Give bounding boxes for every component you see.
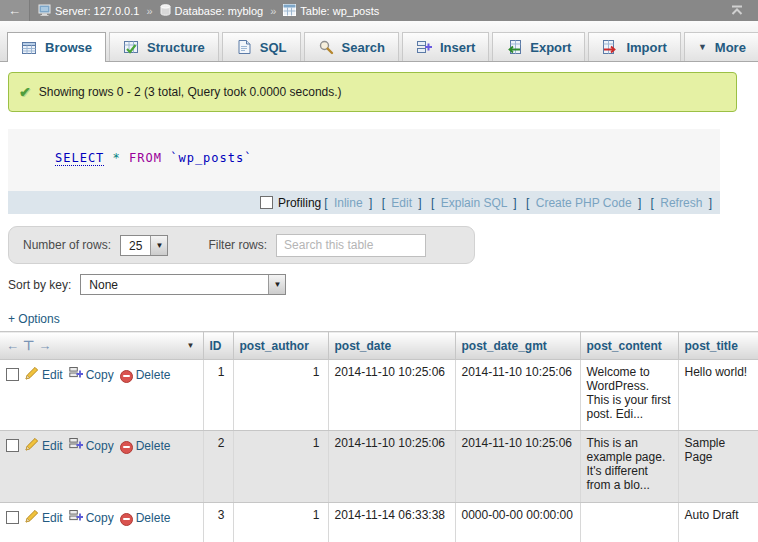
status-message: ✔ Showing rows 0 - 2 (3 total, Query too… bbox=[8, 72, 737, 112]
column-header-post_title[interactable]: post_title bbox=[678, 332, 758, 360]
breadcrumb-database-label: Database: myblog bbox=[175, 5, 264, 17]
pencil-icon bbox=[25, 509, 39, 526]
cell-post-content: Welcome to WordPress. This is your first… bbox=[580, 360, 678, 431]
bracket: [ bbox=[324, 196, 327, 210]
sort-by-key-row: Sort by key: None ▼ bbox=[8, 273, 758, 296]
refresh-link[interactable]: Refresh bbox=[660, 196, 702, 210]
sort-descending-icon[interactable]: ▼ bbox=[187, 341, 195, 350]
tab-label: SQL bbox=[260, 40, 287, 55]
status-message-text: Showing rows 0 - 2 (3 total, Query took … bbox=[39, 85, 342, 99]
nav-panel-toggle-button[interactable]: ← bbox=[0, 0, 30, 21]
tab-import[interactable]: Import bbox=[588, 32, 680, 61]
tab-more[interactable]: ▼More bbox=[684, 32, 758, 61]
column-header-post_date[interactable]: post_date bbox=[328, 332, 455, 360]
copy-icon bbox=[69, 509, 83, 526]
structure-icon bbox=[123, 39, 139, 55]
collapse-icon[interactable] bbox=[730, 5, 744, 16]
tab-label: Import bbox=[626, 40, 666, 55]
table-nav-arrows-icon[interactable]: ←⊤→ bbox=[6, 338, 55, 353]
query-action-links: [ Inline ] [ Edit ] [ Explain SQL ] [ Cr… bbox=[321, 196, 715, 210]
tab-structure[interactable]: Structure bbox=[109, 32, 219, 61]
tab-label: Structure bbox=[147, 40, 205, 55]
profiling-label: Profiling bbox=[278, 196, 321, 210]
export-icon bbox=[506, 39, 522, 55]
cell-post-date-gmt: 2014-11-10 10:25:06 bbox=[455, 360, 580, 431]
cell-post-author: 1 bbox=[233, 503, 328, 542]
explain-sql-link[interactable]: Explain SQL bbox=[441, 196, 507, 210]
breadcrumb-database[interactable]: Database: myblog bbox=[160, 4, 264, 18]
results-table: ←⊤→ ▼ IDpost_authorpost_datepost_date_gm… bbox=[0, 331, 758, 542]
options-toggle-link[interactable]: + Options bbox=[8, 312, 78, 326]
bracket: ] bbox=[513, 196, 516, 210]
bracket: ] bbox=[369, 196, 372, 210]
edit-row-button[interactable]: Edit bbox=[25, 509, 63, 526]
action-label: Edit bbox=[42, 368, 63, 382]
bracket: ] bbox=[709, 196, 712, 210]
search-table-input[interactable] bbox=[276, 234, 426, 257]
sql-from-keyword: FROM bbox=[129, 151, 162, 165]
rows-count-select[interactable]: 25 ▼ bbox=[120, 235, 168, 256]
breadcrumb-server[interactable]: Server: 127.0.0.1 bbox=[38, 4, 139, 18]
bracket: [ bbox=[526, 196, 529, 210]
row-actions-cell: EditCopyDelete bbox=[0, 503, 203, 542]
column-header-id[interactable]: ID bbox=[203, 332, 233, 360]
sql-icon bbox=[236, 39, 252, 55]
bracket: [ bbox=[382, 196, 385, 210]
bracket: ] bbox=[418, 196, 421, 210]
edit-link[interactable]: Edit bbox=[391, 196, 412, 210]
copy-row-button[interactable]: Copy bbox=[69, 437, 114, 454]
create-php-code-link[interactable]: Create PHP Code bbox=[536, 196, 632, 210]
sort-by-key-label: Sort by key: bbox=[8, 278, 71, 292]
cell-post-author: 1 bbox=[233, 360, 328, 431]
delete-row-button[interactable]: Delete bbox=[120, 437, 171, 454]
row-checkbox[interactable] bbox=[6, 511, 19, 524]
delete-icon bbox=[120, 366, 133, 383]
tab-sql[interactable]: SQL bbox=[222, 32, 301, 61]
sql-star: * bbox=[113, 151, 121, 165]
tab-insert[interactable]: Insert bbox=[402, 32, 489, 61]
delete-row-button[interactable]: Delete bbox=[120, 366, 171, 383]
tab-search[interactable]: Search bbox=[304, 32, 399, 61]
breadcrumb-server-label: Server: 127.0.0.1 bbox=[55, 5, 139, 17]
breadcrumb-bar: ← Server: 127.0.0.1 » Database: myblog »… bbox=[0, 0, 758, 21]
sql-query-box: SELECT * FROM `wp_posts` bbox=[8, 129, 720, 191]
chevron-down-icon: ▼ bbox=[268, 275, 285, 294]
delete-row-button[interactable]: Delete bbox=[120, 509, 171, 526]
tab-browse[interactable]: Browse bbox=[7, 32, 106, 62]
rows-filter-bar: Number of rows: 25 ▼ Filter rows: bbox=[8, 226, 475, 264]
copy-row-button[interactable]: Copy bbox=[69, 509, 114, 526]
sql-select-keyword-link[interactable]: SELECT bbox=[55, 151, 104, 166]
table-row: EditCopyDelete112014-11-10 10:25:062014-… bbox=[0, 360, 758, 431]
column-header-post_content[interactable]: post_content bbox=[580, 332, 678, 360]
delete-icon bbox=[120, 509, 133, 526]
cell-post-date: 2014-11-10 10:25:06 bbox=[328, 360, 455, 431]
edit-row-button[interactable]: Edit bbox=[25, 366, 63, 383]
bracket: ] bbox=[638, 196, 641, 210]
copy-row-button[interactable]: Copy bbox=[69, 366, 114, 383]
bracket: [ bbox=[651, 196, 654, 210]
row-checkbox[interactable] bbox=[6, 368, 19, 381]
table-row: EditCopyDelete212014-11-10 10:25:062014-… bbox=[0, 431, 758, 503]
sort-by-key-select[interactable]: None ▼ bbox=[80, 274, 286, 295]
cell-post-date: 2014-11-14 06:33:38 bbox=[328, 503, 455, 542]
table-row: EditCopyDelete312014-11-14 06:33:380000-… bbox=[0, 503, 758, 542]
cell-post-title: Auto Draft bbox=[678, 503, 758, 542]
success-check-icon: ✔ bbox=[19, 84, 31, 100]
inline-link[interactable]: Inline bbox=[334, 196, 363, 210]
cell-post-date: 2014-11-10 10:25:06 bbox=[328, 431, 455, 503]
action-label: Edit bbox=[42, 511, 63, 525]
browse-icon bbox=[21, 40, 37, 56]
sort-by-key-value: None bbox=[81, 275, 268, 294]
profiling-checkbox[interactable] bbox=[260, 196, 273, 209]
column-header-post_date_gmt[interactable]: post_date_gmt bbox=[455, 332, 580, 360]
row-checkbox[interactable] bbox=[6, 439, 19, 452]
tab-export[interactable]: Export bbox=[492, 32, 585, 61]
delete-icon bbox=[120, 437, 133, 454]
copy-icon bbox=[69, 437, 83, 454]
results-header-row: ←⊤→ ▼ IDpost_authorpost_datepost_date_gm… bbox=[0, 332, 758, 360]
edit-row-button[interactable]: Edit bbox=[25, 437, 63, 454]
breadcrumb-table[interactable]: Table: wp_posts bbox=[283, 4, 379, 18]
column-header-post_author[interactable]: post_author bbox=[233, 332, 328, 360]
cell-post-date-gmt: 0000-00-00 00:00:00 bbox=[455, 503, 580, 542]
cell-post-author: 1 bbox=[233, 431, 328, 503]
